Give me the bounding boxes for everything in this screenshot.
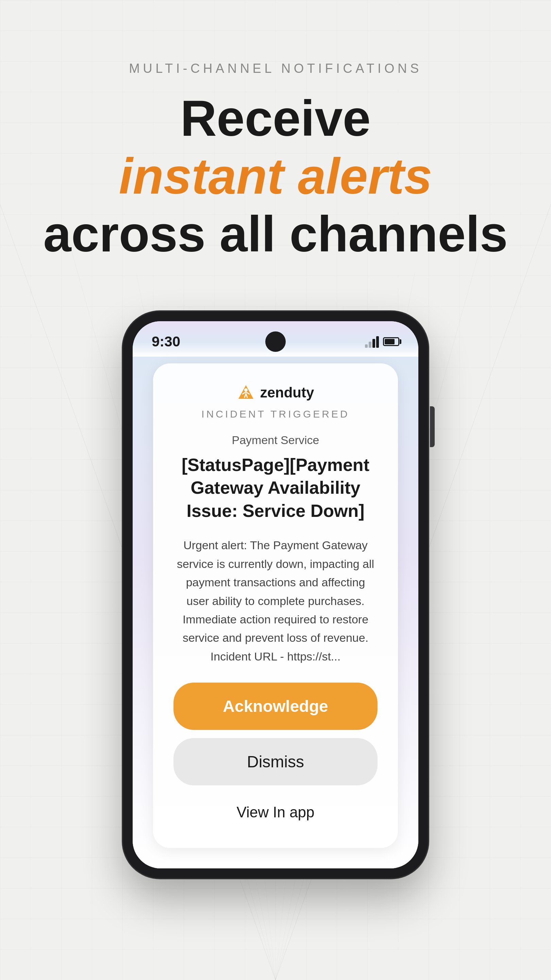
status-time: 9:30 (152, 334, 180, 350)
notification-area: zenduty INCIDENT TRIGGERED Payment Servi… (133, 356, 418, 869)
view-in-app-button[interactable]: View In app (173, 794, 378, 831)
headline-line3: across all channels (43, 205, 508, 263)
phone-frame: 9:30 (122, 311, 429, 879)
dismiss-button[interactable]: Dismiss (173, 738, 378, 785)
signal-strength-icon (365, 336, 379, 348)
incident-title: [StatusPage][Payment Gateway Availabilit… (173, 453, 378, 523)
headline: Receive instant alerts across all channe… (43, 89, 508, 263)
incident-description: Urgent alert: The Payment Gateway servic… (173, 536, 378, 666)
phone-screen: 9:30 (133, 321, 418, 869)
status-icons (365, 336, 399, 348)
svg-point-10 (244, 388, 248, 392)
zenduty-logo-icon (237, 384, 255, 401)
subtitle-label: MULTI-CHANNEL NOTIFICATIONS (129, 61, 422, 76)
headline-line1: Receive (43, 89, 508, 147)
phone-mockup: 9:30 (0, 311, 551, 879)
zenduty-brand-name: zenduty (260, 385, 314, 401)
incident-triggered-label: INCIDENT TRIGGERED (173, 408, 378, 420)
service-name: Payment Service (173, 434, 378, 447)
battery-icon (383, 337, 399, 346)
headline-line2: instant alerts (43, 147, 508, 205)
acknowledge-button[interactable]: Acknowledge (173, 682, 378, 730)
zenduty-logo-row: zenduty (173, 384, 378, 401)
camera-notch (265, 331, 286, 352)
notification-card: zenduty INCIDENT TRIGGERED Payment Servi… (153, 363, 398, 848)
